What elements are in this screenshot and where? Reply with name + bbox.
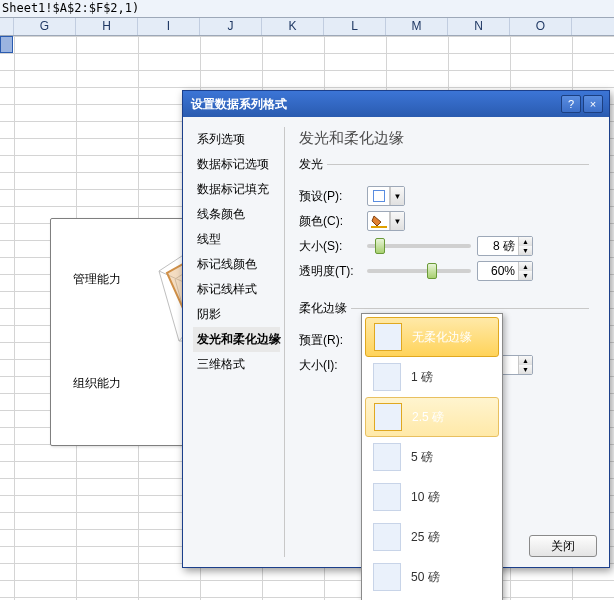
col-header-gutter	[0, 18, 14, 35]
dialog-titlebar[interactable]: 设置数据系列格式 ? ×	[183, 91, 609, 117]
softedges-size-label: 大小(I):	[299, 357, 361, 374]
sidebar-item-marker-line-style[interactable]: 标记线样式	[193, 277, 280, 302]
col-header[interactable]: J	[200, 18, 262, 35]
slider-thumb[interactable]	[427, 263, 437, 279]
spin-up-icon[interactable]: ▲	[519, 237, 532, 246]
spin-down-icon[interactable]: ▼	[519, 271, 532, 280]
swatch-icon	[373, 443, 401, 471]
sidebar-item-marker-options[interactable]: 数据标记选项	[193, 152, 280, 177]
col-header[interactable]: H	[76, 18, 138, 35]
popup-option-label: 5 磅	[411, 449, 433, 466]
sidebar-item-marker-line-color[interactable]: 标记线颜色	[193, 252, 280, 277]
chevron-down-icon: ▼	[390, 187, 404, 205]
sidebar-item-line-color[interactable]: 线条颜色	[193, 202, 280, 227]
glow-size-spinner[interactable]: ▲▼	[477, 236, 533, 256]
glow-transparency-input[interactable]	[478, 263, 518, 279]
glow-preset-dropdown[interactable]: ▼	[367, 186, 405, 206]
radar-label-org: 组织能力	[73, 375, 121, 392]
popup-option-50pt[interactable]: 50 磅	[365, 557, 499, 597]
dialog-title: 设置数据系列格式	[191, 96, 559, 113]
swatch-icon	[373, 523, 401, 551]
swatch-icon	[373, 363, 401, 391]
popup-option-1pt[interactable]: 1 磅	[365, 357, 499, 397]
col-header[interactable]: M	[386, 18, 448, 35]
col-header[interactable]: G	[14, 18, 76, 35]
help-button[interactable]: ?	[561, 95, 581, 113]
popup-option-label: 1 磅	[411, 369, 433, 386]
glow-group: 发光 预设(P): ▼ 颜色(C): ▼	[299, 156, 589, 290]
chevron-down-icon: ▼	[390, 212, 404, 230]
glow-preset-icon	[368, 187, 390, 205]
popup-option-label: 25 磅	[411, 529, 440, 546]
popup-option-label: 10 磅	[411, 489, 440, 506]
svg-rect-9	[371, 226, 387, 228]
popup-option-label: 2.5 磅	[412, 409, 444, 426]
popup-option-label: 50 磅	[411, 569, 440, 586]
pane-heading: 发光和柔化边缘	[299, 129, 589, 148]
formula-bar[interactable]: Sheet1!$A$2:$F$2,1)	[0, 0, 614, 18]
softedges-preset-popup[interactable]: 无柔化边缘 1 磅 2.5 磅 5 磅 10 磅 25 磅 50 磅	[361, 313, 503, 600]
swatch-icon	[373, 483, 401, 511]
glow-transparency-spinner[interactable]: ▲▼	[477, 261, 533, 281]
slider-thumb[interactable]	[375, 238, 385, 254]
popup-option-none[interactable]: 无柔化边缘	[365, 317, 499, 357]
popup-option-25pt[interactable]: 25 磅	[365, 517, 499, 557]
spin-down-icon[interactable]: ▼	[519, 246, 532, 255]
sidebar-item-marker-fill[interactable]: 数据标记填充	[193, 177, 280, 202]
glow-color-dropdown[interactable]: ▼	[367, 211, 405, 231]
close-icon[interactable]: ×	[583, 95, 603, 113]
glow-color-label: 颜色(C):	[299, 213, 361, 230]
spin-up-icon[interactable]: ▲	[519, 262, 532, 271]
glow-legend: 发光	[299, 156, 327, 173]
col-header[interactable]: N	[448, 18, 510, 35]
glow-size-label: 大小(S):	[299, 238, 361, 255]
glow-size-input[interactable]	[478, 238, 518, 254]
popup-option-10pt[interactable]: 10 磅	[365, 477, 499, 517]
glow-transparency-label: 透明度(T):	[299, 263, 361, 280]
col-header[interactable]: I	[138, 18, 200, 35]
column-headers: G H I J K L M N O	[0, 18, 614, 36]
radar-label-mgmt: 管理能力	[73, 271, 121, 288]
close-button[interactable]: 关闭	[529, 535, 597, 557]
glow-transparency-slider[interactable]	[367, 269, 471, 273]
swatch-icon	[374, 403, 402, 431]
swatch-icon	[373, 563, 401, 591]
sidebar-item-series-options[interactable]: 系列选项	[193, 127, 280, 152]
col-header[interactable]: O	[510, 18, 572, 35]
popup-option-label: 无柔化边缘	[412, 329, 472, 346]
popup-option-5pt[interactable]: 5 磅	[365, 437, 499, 477]
popup-option-2-5pt[interactable]: 2.5 磅	[365, 397, 499, 437]
sidebar-item-shadow[interactable]: 阴影	[193, 302, 280, 327]
swatch-icon	[374, 323, 402, 351]
sidebar-item-3d-format[interactable]: 三维格式	[193, 352, 280, 377]
col-header[interactable]: L	[324, 18, 386, 35]
glow-size-slider[interactable]	[367, 244, 471, 248]
spin-down-icon[interactable]: ▼	[519, 365, 532, 374]
row-header-selected[interactable]	[0, 36, 13, 53]
spin-up-icon[interactable]: ▲	[519, 356, 532, 365]
glow-preset-label: 预设(P):	[299, 188, 361, 205]
col-header[interactable]: K	[262, 18, 324, 35]
softedges-preset-label: 预置(R):	[299, 332, 361, 349]
sidebar-item-glow-softedges[interactable]: 发光和柔化边缘	[193, 327, 280, 352]
sidebar-item-line-style[interactable]: 线型	[193, 227, 280, 252]
softedges-legend: 柔化边缘	[299, 300, 351, 317]
category-sidebar: 系列选项 数据标记选项 数据标记填充 线条颜色 线型 标记线颜色 标记线样式 阴…	[193, 127, 285, 557]
paint-bucket-icon	[368, 212, 390, 230]
